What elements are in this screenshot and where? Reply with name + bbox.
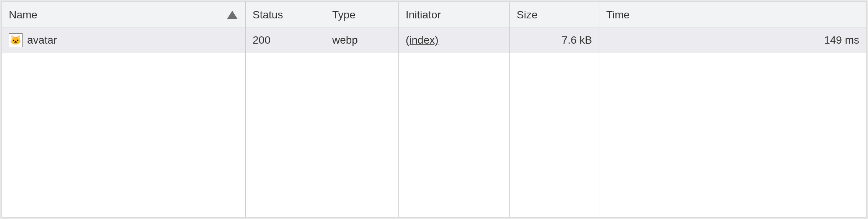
column-header-initiator[interactable]: Initiator (398, 2, 509, 28)
cell-size: 7.6 kB (509, 28, 599, 52)
column-header-name[interactable]: Name (2, 2, 245, 28)
column-header-size[interactable]: Size (509, 2, 599, 28)
empty-cell (2, 52, 245, 217)
size-value: 7.6 kB (562, 34, 592, 46)
column-header-label: Initiator (406, 9, 441, 21)
network-table: Name Status Type Initiator Size Time 🐱 (2, 2, 866, 217)
resource-thumbnail-icon: 🐱 (9, 33, 23, 47)
column-header-status[interactable]: Status (245, 2, 325, 28)
column-header-time[interactable]: Time (599, 2, 866, 28)
table-row[interactable]: 🐱 avatar 200 webp (index) 7.6 kB 149 ms (2, 28, 866, 52)
empty-cell (599, 52, 866, 217)
time-value: 149 ms (824, 34, 859, 46)
empty-cell (325, 52, 398, 217)
column-header-label: Time (606, 9, 630, 21)
sort-ascending-icon (227, 11, 238, 19)
network-panel: Name Status Type Initiator Size Time 🐱 (2, 2, 866, 217)
column-header-label: Type (332, 9, 356, 21)
cell-type: webp (325, 28, 398, 52)
empty-cell (509, 52, 599, 217)
status-value: 200 (253, 34, 271, 46)
initiator-link[interactable]: (index) (406, 34, 439, 46)
cell-initiator: (index) (398, 28, 509, 52)
cell-status: 200 (245, 28, 325, 52)
empty-cell (398, 52, 509, 217)
column-header-type[interactable]: Type (325, 2, 398, 28)
empty-table-area (2, 52, 866, 217)
column-header-label: Size (517, 9, 537, 21)
empty-cell (245, 52, 325, 217)
table-header-row: Name Status Type Initiator Size Time (2, 2, 866, 28)
cell-time: 149 ms (599, 28, 866, 52)
column-header-label: Status (253, 9, 283, 21)
cell-name: 🐱 avatar (2, 28, 245, 52)
resource-name: avatar (27, 34, 57, 46)
type-value: webp (332, 34, 358, 46)
column-header-label: Name (9, 9, 38, 21)
